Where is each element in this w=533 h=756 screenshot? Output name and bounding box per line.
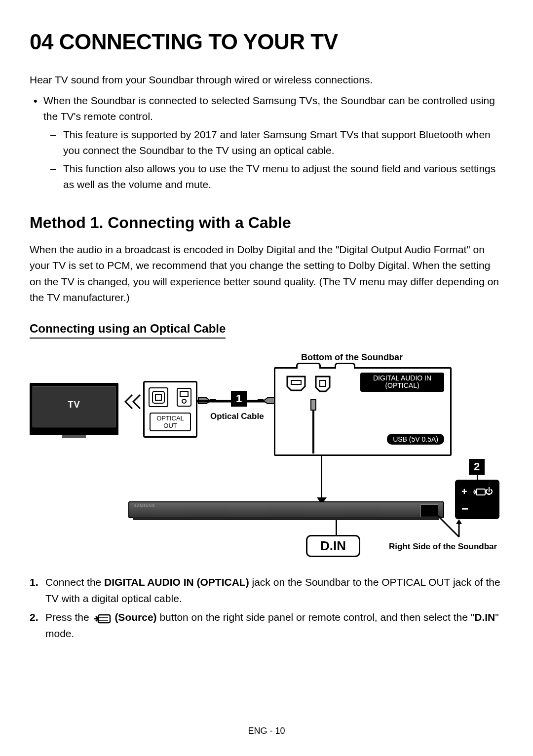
svg-rect-8 xyxy=(291,380,301,384)
dash-item: This function also allows you to use the… xyxy=(63,161,503,193)
step-item: 2. Press the (Source) button on the righ… xyxy=(45,609,503,642)
tv-label: TV xyxy=(30,400,118,410)
step-bold: D.IN xyxy=(474,611,495,623)
sub-heading: Connecting using an Optical Cable xyxy=(30,322,226,339)
port-icon xyxy=(284,374,308,393)
step-item: 1. Connect the DIGITAL AUDIO IN (OPTICAL… xyxy=(45,574,503,606)
method-heading: Method 1. Connecting with a Cable xyxy=(30,214,503,232)
dash-item: This feature is supported by 2017 and la… xyxy=(63,127,503,159)
tv-front-illustration: TV xyxy=(30,383,118,435)
soundbar-front-illustration: SAMSUNG xyxy=(128,501,444,518)
svg-rect-3 xyxy=(180,391,188,396)
leader-line xyxy=(321,456,322,500)
step-text: Connect the xyxy=(45,576,104,588)
vertical-cable-icon xyxy=(309,399,318,454)
svg-rect-1 xyxy=(155,394,161,400)
svg-line-14 xyxy=(432,510,459,537)
bullet-item: When the Soundbar is connected to select… xyxy=(43,93,503,193)
optical-cable-label: Optical Cable xyxy=(210,412,264,421)
usb-label: USB (5V 0.5A) xyxy=(387,434,444,445)
step-number: 1. xyxy=(30,574,38,591)
din-display-label: D.IN xyxy=(306,535,360,557)
svg-point-4 xyxy=(182,399,186,403)
svg-marker-16 xyxy=(456,519,462,524)
power-icon: ⏻ xyxy=(485,487,493,496)
svg-rect-11 xyxy=(312,410,314,454)
optical-out-label: OPTICAL OUT xyxy=(150,413,191,431)
intro-text: Hear TV sound from your Soundbar through… xyxy=(30,72,503,88)
svg-rect-17 xyxy=(98,615,110,623)
source-icon xyxy=(473,487,486,497)
step-number: 2. xyxy=(30,609,38,626)
soundbar-bottom-illustration: DIGITAL AUDIO IN (OPTICAL) USB (5V 0.5A) xyxy=(274,367,452,456)
step-text: Press the xyxy=(45,611,92,623)
leader-line xyxy=(429,510,464,545)
svg-rect-9 xyxy=(320,380,326,386)
step-bold: DIGITAL AUDIO IN (OPTICAL) xyxy=(104,576,249,588)
soundbar-brand-label: SAMSUNG xyxy=(134,504,155,507)
page-footer: ENG - 10 xyxy=(0,726,533,736)
svg-rect-13 xyxy=(476,489,485,495)
leader-line xyxy=(336,520,337,535)
optical-port-icon xyxy=(313,374,333,393)
svg-rect-7 xyxy=(258,399,264,402)
volume-up-icon: + xyxy=(461,486,467,497)
right-side-label: Right Side of the Soundbar xyxy=(389,542,497,552)
step-bold: (Source) xyxy=(112,611,157,623)
tv-back-panel-illustration: OPTICAL OUT xyxy=(143,381,197,438)
connection-diagram: Bottom of the Soundbar TV OPTICAL OUT 1 … xyxy=(30,352,503,560)
arrow-left-icon xyxy=(123,393,143,411)
svg-rect-10 xyxy=(311,399,316,410)
bottom-soundbar-label: Bottom of the Soundbar xyxy=(301,352,403,363)
page-heading: 04 CONNECTING TO YOUR TV xyxy=(30,30,503,54)
bullet-text: When the Soundbar is connected to select… xyxy=(43,95,495,122)
digital-audio-in-label: DIGITAL AUDIO IN (OPTICAL) xyxy=(360,373,444,392)
svg-rect-0 xyxy=(152,391,164,403)
step-badge-1: 1 xyxy=(231,391,247,407)
source-icon xyxy=(93,613,111,624)
step-text: button on the right side panel or remote… xyxy=(157,611,475,623)
method-description: When the audio in a broadcast is encoded… xyxy=(30,242,503,306)
